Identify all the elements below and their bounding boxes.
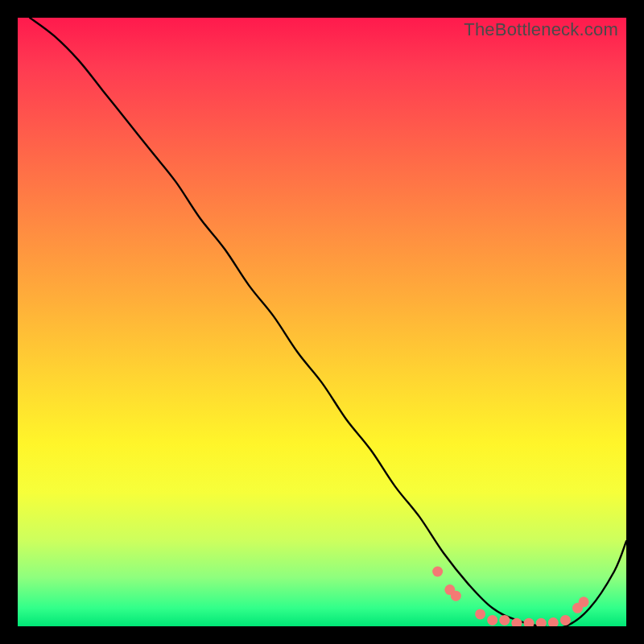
highlight-dot xyxy=(451,591,461,601)
plot-area: TheBottleneck.com xyxy=(18,18,626,626)
highlight-dot xyxy=(475,609,485,619)
chart-frame: TheBottleneck.com xyxy=(0,0,644,644)
highlight-dot xyxy=(432,567,443,577)
highlight-dot xyxy=(524,618,535,626)
highlight-dot xyxy=(548,617,559,626)
highlight-dot xyxy=(560,615,571,625)
highlight-dot xyxy=(487,615,497,625)
highlight-dot xyxy=(499,615,510,625)
highlight-dot xyxy=(536,618,547,626)
bottleneck-curve-line xyxy=(30,18,626,626)
highlight-dot xyxy=(579,597,589,607)
chart-svg xyxy=(18,18,626,626)
